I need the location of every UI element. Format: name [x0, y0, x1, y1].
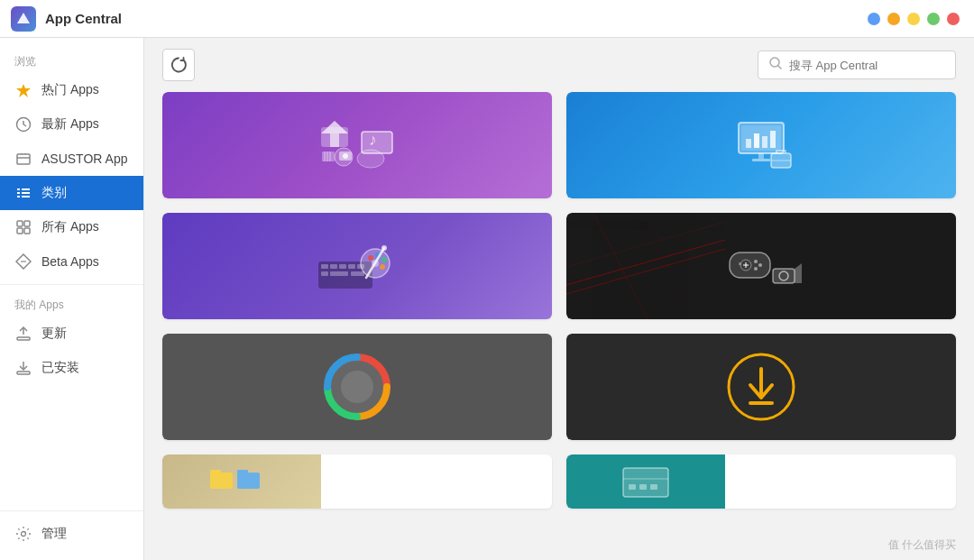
thumb-home: ♪ — [162, 92, 552, 198]
svg-marker-0 — [17, 13, 30, 23]
svg-rect-13 — [17, 196, 20, 197]
titlebar: App Central — [0, 0, 974, 38]
svg-point-79 — [758, 263, 762, 267]
wc-orange[interactable] — [887, 13, 900, 25]
svg-point-80 — [754, 267, 758, 271]
sidebar-item-installed[interactable]: 已安装 — [0, 351, 143, 385]
wc-red[interactable] — [947, 13, 960, 25]
thumb-enterprise — [566, 92, 956, 198]
sidebar: 浏览 热门 Apps 最新 Apps — [0, 38, 144, 560]
svg-point-37 — [343, 153, 348, 159]
svg-line-70 — [566, 249, 725, 294]
watermark: 值 什么值得买 — [888, 537, 956, 553]
svg-rect-30 — [330, 133, 339, 147]
svg-rect-11 — [17, 192, 20, 194]
svg-marker-1 — [16, 84, 31, 97]
category-card-download[interactable]: 下载工具 — [566, 334, 956, 440]
my-apps-section-label: 我的 Apps — [0, 290, 143, 317]
sidebar-item-hot-apps[interactable]: 热门 Apps — [0, 73, 143, 107]
manage-label: 管理 — [41, 526, 67, 542]
thumb-partial2 — [566, 454, 725, 509]
thumb-download — [566, 334, 956, 440]
svg-rect-47 — [770, 131, 776, 148]
svg-rect-100 — [650, 484, 657, 490]
upload-icon — [14, 325, 32, 343]
category-card-enterprise[interactable]: 企业应用 — [566, 92, 956, 198]
svg-rect-94 — [237, 473, 260, 489]
search-icon — [769, 57, 782, 73]
sidebar-item-asustor-app[interactable]: ASUSTOR App — [0, 142, 143, 176]
thumb-partial1 — [162, 454, 321, 509]
svg-rect-96 — [623, 468, 668, 497]
svg-rect-17 — [17, 228, 23, 234]
svg-rect-49 — [752, 159, 770, 161]
sidebar-item-all-apps[interactable]: 所有 Apps — [0, 210, 143, 244]
wc-yellow[interactable] — [907, 13, 920, 25]
sidebar-item-manage[interactable]: 管理 — [0, 517, 143, 551]
box-icon — [14, 150, 32, 168]
svg-rect-46 — [762, 136, 767, 148]
app-grid: ♪ 家庭／个人应用 — [144, 92, 974, 560]
svg-rect-9 — [17, 188, 20, 190]
category-card-live[interactable]: 直播应用程序 — [566, 213, 956, 319]
svg-point-88 — [341, 371, 373, 403]
svg-rect-15 — [17, 221, 23, 226]
all-apps-label: 所有 Apps — [41, 219, 99, 235]
asustor-app-label: ASUSTOR App — [41, 151, 127, 166]
sidebar-divider — [0, 284, 143, 285]
beta-apps-label: Beta Apps — [41, 254, 99, 269]
svg-rect-44 — [746, 139, 751, 148]
svg-point-34 — [357, 150, 384, 168]
list-icon — [14, 184, 32, 202]
svg-rect-56 — [348, 264, 355, 269]
svg-rect-95 — [237, 470, 248, 474]
gear-icon — [14, 525, 32, 543]
svg-rect-54 — [330, 264, 337, 269]
download-icon — [14, 359, 32, 377]
category-card-portal[interactable]: ASUSTOR Portal — [162, 334, 552, 440]
sidebar-item-categories[interactable]: 类别 — [0, 176, 143, 210]
svg-line-72 — [593, 213, 648, 319]
svg-line-69 — [566, 240, 725, 285]
grid-icon — [14, 218, 32, 236]
sidebar-item-new-apps[interactable]: 最新 Apps — [0, 107, 143, 142]
wc-green[interactable] — [927, 13, 940, 25]
beta-icon — [14, 252, 32, 271]
svg-rect-10 — [22, 188, 30, 190]
svg-rect-93 — [210, 470, 221, 474]
svg-rect-21 — [17, 337, 30, 340]
installed-label: 已安装 — [41, 360, 79, 376]
svg-point-25 — [22, 532, 26, 537]
categories-label: 类别 — [41, 185, 67, 201]
window-controls — [868, 13, 960, 25]
svg-rect-5 — [17, 154, 30, 164]
clock-icon — [14, 115, 32, 133]
svg-marker-84 — [795, 263, 802, 283]
svg-point-64 — [381, 257, 387, 262]
category-card-partial2[interactable] — [566, 454, 956, 509]
new-apps-label: 最新 Apps — [41, 116, 99, 133]
category-card-partial1[interactable] — [162, 454, 552, 509]
sidebar-item-update[interactable]: 更新 — [0, 317, 143, 351]
svg-point-65 — [380, 264, 385, 270]
sidebar-item-beta-apps[interactable]: Beta Apps — [0, 244, 143, 279]
category-card-home-personal[interactable]: ♪ 家庭／个人应用 — [162, 92, 552, 198]
svg-line-4 — [23, 124, 26, 126]
wc-blue[interactable] — [868, 13, 880, 25]
app-title: App Central — [45, 11, 122, 26]
category-card-creator[interactable]: 创作者应用程序 — [162, 213, 552, 319]
svg-point-68 — [381, 245, 387, 251]
thumb-creator — [162, 213, 552, 319]
svg-rect-16 — [24, 221, 30, 226]
svg-point-62 — [368, 255, 373, 261]
toolbar — [144, 38, 974, 92]
thumb-live — [566, 213, 956, 319]
refresh-button[interactable] — [162, 49, 195, 81]
svg-rect-45 — [754, 133, 759, 148]
svg-rect-38 — [322, 151, 335, 161]
search-input[interactable] — [789, 59, 944, 72]
svg-rect-92 — [210, 473, 233, 489]
content-area: ♪ 家庭／个人应用 — [144, 38, 974, 560]
svg-rect-14 — [22, 196, 30, 197]
svg-rect-60 — [351, 271, 364, 276]
